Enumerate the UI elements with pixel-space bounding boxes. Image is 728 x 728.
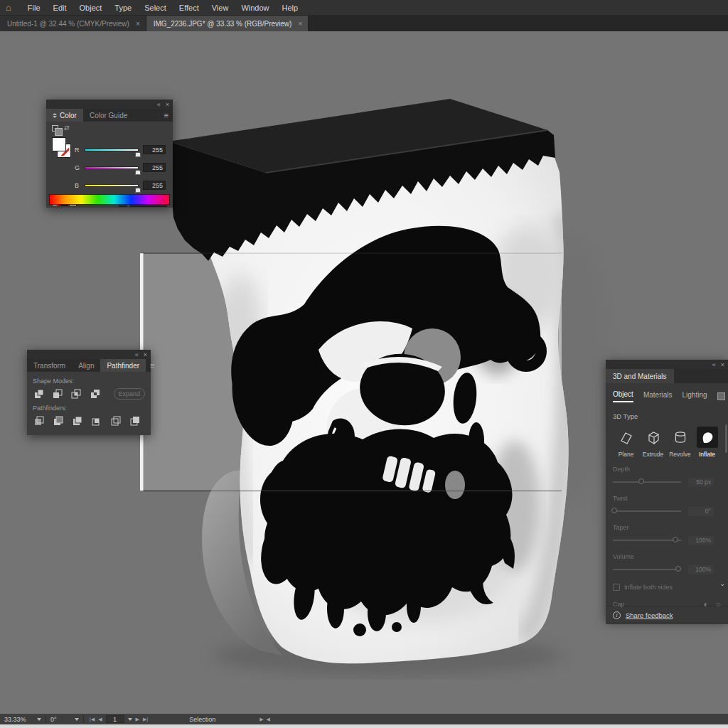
channel-r-value[interactable]: 255 (143, 145, 166, 154)
tab-materials[interactable]: Materials (643, 391, 673, 402)
intersect-button[interactable] (70, 389, 82, 400)
fill-stroke-mini-icon[interactable] (52, 125, 58, 132)
minus-front-button[interactable] (51, 389, 63, 400)
zoom-level-select[interactable]: 33.33% (0, 714, 37, 724)
menu-type[interactable]: Type (108, 4, 138, 12)
menu-help[interactable]: Help (276, 4, 305, 12)
menu-window[interactable]: Window (235, 4, 275, 12)
slider-thumb[interactable] (135, 152, 141, 157)
taper-value[interactable]: 100% (688, 536, 714, 545)
volume-value[interactable]: 100% (688, 565, 714, 574)
close-icon[interactable]: × (144, 351, 147, 358)
slider-thumb[interactable] (135, 170, 141, 175)
cap-on-icon[interactable]: ◐ (704, 599, 709, 609)
rotation-select[interactable]: 0° (46, 714, 75, 724)
unite-button[interactable] (33, 389, 44, 400)
channel-b-slider[interactable] (85, 184, 139, 187)
depth-slider[interactable] (613, 481, 681, 483)
channel-b-value[interactable]: 255 (143, 181, 166, 190)
artboard-number-field[interactable]: 1 (106, 715, 124, 723)
outline-button[interactable] (109, 415, 122, 426)
trim-button[interactable] (52, 415, 64, 426)
menu-object[interactable]: Object (73, 4, 109, 12)
taper-slider[interactable] (613, 540, 681, 541)
volume-slider[interactable] (613, 569, 681, 570)
type-inflate-button[interactable]: Inflate (694, 427, 720, 458)
close-icon[interactable]: × (166, 101, 169, 108)
type-revolve-button[interactable]: Revolve (667, 427, 693, 458)
menu-edit[interactable]: Edit (47, 4, 73, 12)
collapse-panel-icon[interactable]: « (135, 351, 139, 358)
doc-tab-img2236[interactable]: IMG_2236.JPG* @ 33.33 % (RGB/Preview) × (146, 16, 309, 31)
tab-object[interactable]: Object (613, 390, 633, 402)
scroll-more-chevron-icon[interactable]: ⌄ (719, 580, 725, 587)
tab-align[interactable]: Align (72, 359, 100, 372)
menu-effect[interactable]: Effect (173, 4, 205, 12)
minus-back-button[interactable] (129, 415, 141, 426)
doc-tab-label: Untitled-1 @ 32.44 % (CMYK/Preview) (7, 20, 129, 28)
pathfinder-panel: « × Transform Align Pathfinder ≡ Shape M… (27, 350, 151, 435)
last-artboard-icon[interactable]: ▶| (143, 717, 148, 722)
slider-thumb[interactable] (135, 188, 141, 193)
inflate-icon (700, 429, 715, 445)
next-artboard-icon[interactable]: ▶ (136, 717, 139, 722)
panel-scrollbar[interactable] (725, 424, 727, 453)
type-plane-button[interactable]: Plane (613, 427, 639, 458)
collapse-panel-icon[interactable]: « (157, 101, 161, 108)
status-collapse-icon[interactable]: ◀ (267, 717, 270, 722)
artboard-chevron-icon[interactable] (128, 718, 132, 721)
channel-r-label: R (75, 146, 80, 154)
tab-color[interactable]: Color (46, 109, 83, 122)
color-spectrum-bar[interactable] (49, 194, 170, 205)
panel-menu-icon[interactable]: ≡ (160, 109, 173, 122)
pathfinders-label: Pathfinders: (33, 405, 145, 412)
expand-button[interactable]: Expand (114, 388, 145, 400)
doc-tab-untitled[interactable]: Untitled-1 @ 32.44 % (CMYK/Preview) × (0, 16, 146, 31)
twist-slider[interactable] (613, 510, 681, 512)
twist-value[interactable]: 0° (688, 507, 714, 516)
tab-pathfinder[interactable]: Pathfinder (100, 359, 146, 372)
home-icon[interactable]: ⌂ (6, 2, 11, 13)
channel-g-slider[interactable] (85, 166, 139, 169)
horizontal-scrollbar-track[interactable] (0, 724, 728, 728)
inflate-both-sides-checkbox[interactable] (613, 584, 620, 591)
menu-file[interactable]: File (21, 4, 47, 12)
menu-select[interactable]: Select (138, 4, 173, 12)
swap-fill-stroke-icon[interactable]: ⇄ (64, 124, 70, 132)
close-icon[interactable]: × (298, 20, 302, 28)
channel-b-label: B (75, 182, 80, 189)
rotation-chevron-icon[interactable] (75, 718, 79, 721)
cap-off-icon[interactable]: ○ (716, 599, 721, 609)
channel-r-slider[interactable] (85, 149, 139, 151)
divide-button[interactable] (33, 415, 45, 426)
info-icon: i (613, 611, 621, 619)
prev-artboard-icon[interactable]: ◀ (98, 717, 102, 722)
close-icon[interactable]: × (721, 361, 724, 368)
extrude-icon (646, 429, 661, 445)
depth-value[interactable]: 50 px (688, 478, 714, 487)
menu-view[interactable]: View (205, 4, 235, 12)
depth-slider-row: Depth 50 px (613, 466, 721, 487)
type-extrude-button[interactable]: Extrude (640, 427, 666, 458)
tab-lighting[interactable]: Lighting (682, 391, 707, 402)
merge-button[interactable] (71, 415, 83, 426)
close-icon[interactable]: × (136, 20, 140, 28)
collapse-panel-icon[interactable]: « (712, 361, 716, 368)
channel-g-value[interactable]: 255 (143, 163, 166, 172)
3d-panel-title-tab[interactable]: 3D and Materials (606, 369, 674, 383)
3d-materials-panel: « × 3D and Materials Object Materials Li… (606, 360, 728, 620)
fill-swatch-white[interactable] (52, 137, 66, 151)
panel-menu-icon[interactable]: ≡ (146, 359, 159, 372)
revolve-icon (673, 429, 688, 445)
share-feedback-link[interactable]: Share feedback (626, 611, 673, 619)
zoom-chevron-icon[interactable] (37, 718, 41, 721)
tab-color-guide[interactable]: Color Guide (83, 109, 134, 122)
crop-button[interactable] (90, 415, 102, 426)
tab-transform[interactable]: Transform (27, 359, 72, 372)
first-artboard-icon[interactable]: |◀ (90, 717, 95, 722)
exclude-button[interactable] (89, 389, 100, 400)
color-panel: « × Color Color Guide ≡ ⇄ R 255 G (46, 100, 173, 208)
normal-map-icon[interactable] (717, 392, 725, 400)
color-panel-header: « × (46, 100, 173, 109)
status-expand-icon[interactable]: ▶ (259, 717, 263, 722)
